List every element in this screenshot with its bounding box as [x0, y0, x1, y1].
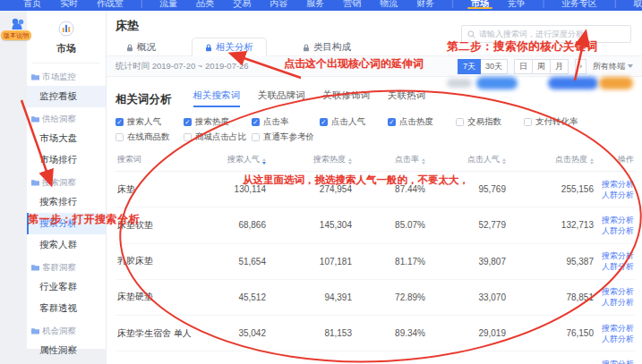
sort-icon[interactable] [422, 158, 425, 165]
filter-在线商品数[interactable]: 在线商品数 [116, 131, 184, 143]
sidebar-item-搜索排行[interactable]: 搜索排行 [27, 191, 106, 213]
sort-icon[interactable] [262, 158, 266, 165]
date-button-30天[interactable]: 30天 [481, 59, 508, 74]
sidebar-item-行业客群[interactable]: 行业客群 [27, 276, 106, 298]
subtab-关联热词[interactable]: 关联热词 [388, 89, 425, 107]
next-page-button[interactable]: › [575, 59, 586, 74]
filter-交易指数[interactable]: 交易指数 [456, 116, 524, 128]
action-link-搜索分析[interactable]: 搜索分析 [597, 323, 634, 334]
column-header-搜索词: 搜索词 [116, 148, 216, 172]
filter-点击率[interactable]: ✓点击率 [252, 116, 320, 128]
filter-商城点击占比[interactable]: 商城点击占比 [184, 131, 252, 143]
nav-item-品类[interactable]: 品类 [194, 0, 216, 11]
blurred-label [447, 79, 472, 88]
column-header-搜索人气[interactable]: 搜索人气 [216, 148, 268, 172]
sidebar-item-属性洞察[interactable]: 属性洞察 [27, 340, 106, 361]
date-range-buttons: 7天30天 [458, 59, 508, 74]
subtab-关联品牌词[interactable]: 关联品牌词 [258, 89, 305, 107]
cell-value: 33,070 [427, 279, 508, 315]
tab-类目构成[interactable]: 类目构成 [290, 38, 364, 55]
checkbox-checked-icon[interactable]: ✓ [252, 118, 260, 126]
nav-item-作战室[interactable]: 作战室 [95, 0, 125, 11]
blurred-button-1[interactable] [476, 77, 518, 89]
sort-icon[interactable] [502, 158, 506, 165]
nav-item-竞争[interactable]: 竞争 [506, 0, 527, 11]
period-button-日[interactable]: 日 [514, 59, 533, 74]
checkbox-icon[interactable] [524, 118, 532, 126]
sort-icon[interactable] [590, 158, 594, 165]
version-badge[interactable]: 版本说明 [1, 30, 31, 40]
checkbox-icon[interactable] [184, 133, 192, 141]
period-button-周[interactable]: 周 [533, 59, 551, 74]
action-link-人群分析[interactable]: 人群分析 [597, 297, 634, 308]
column-header-点击率[interactable]: 点击率 [354, 148, 427, 172]
action-link-人群分析[interactable]: 人群分析 [597, 190, 634, 200]
filter-点击人气[interactable]: ✓点击人气 [320, 116, 388, 128]
sidebar-group-市场监控: 市场监控 [27, 65, 106, 86]
date-button-7天[interactable]: 7天 [458, 59, 481, 74]
nav-item-首页[interactable]: 首页 [21, 0, 43, 11]
column-header-点击热度[interactable]: 点击热度 [508, 148, 595, 172]
filter-搜索热度[interactable]: ✓搜索热度 [184, 116, 252, 128]
sidebar-item-市场大盘[interactable]: 市场大盘 [27, 128, 106, 149]
nav-item-物流[interactable]: 物流 [378, 0, 399, 11]
nav-divider: | [451, 0, 453, 11]
filter-直通车参考价[interactable]: 直通车参考价 [252, 131, 320, 143]
action-link-搜索分析[interactable]: 搜索分析 [597, 215, 634, 225]
action-link-搜索分析[interactable]: 搜索分析 [597, 179, 634, 190]
sidebar-item-市场排行[interactable]: 市场排行 [27, 149, 106, 171]
nav-item-实时[interactable]: 实时 [58, 0, 80, 11]
checkbox-checked-icon[interactable]: ✓ [388, 118, 396, 126]
subtab-关联修饰词[interactable]: 关联修饰词 [323, 89, 371, 107]
filter-搜索人气[interactable]: ✓搜索人气 [116, 116, 184, 128]
column-header-点击人气[interactable]: 点击人气 [427, 148, 508, 172]
nav-item-市场[interactable]: 市场 [469, 0, 491, 11]
filter-点击热度[interactable]: ✓点击热度 [388, 116, 456, 128]
sidebar-group-label: 市场监控 [42, 72, 76, 83]
filter-支付转化率[interactable]: 支付转化率 [524, 116, 592, 128]
action-link-人群分析[interactable]: 人群分析 [597, 334, 634, 344]
nav-item-服务[interactable]: 服务 [304, 0, 326, 11]
blurred-button-3[interactable] [599, 77, 633, 89]
sidebar-group-机会洞察: 机会洞察 [27, 319, 106, 340]
nav-item-营销[interactable]: 营销 [341, 0, 363, 11]
folder-icon [31, 72, 39, 82]
nav-item-取数[interactable]: 取数 [631, 0, 642, 11]
subtab-相关搜索词[interactable]: 相关搜索词 [193, 89, 241, 107]
tab-概况[interactable]: 概况 [114, 38, 168, 55]
sort-icon[interactable] [348, 158, 352, 165]
blurred-button-2[interactable] [548, 77, 598, 89]
column-header-操作: 操作 [595, 148, 636, 172]
nav-item-交易[interactable]: 交易 [231, 0, 253, 11]
tab-label: 相关分析 [216, 41, 253, 54]
section-tabs: 相关搜索词关联品牌词关联修饰词关联热词 [193, 89, 426, 107]
nav-item-内容[interactable]: 内容 [268, 0, 289, 11]
action-link-搜索分析[interactable]: 搜索分析 [597, 286, 634, 297]
column-header-label: 点击率 [395, 155, 419, 164]
nav-item-财务[interactable]: 财务 [415, 0, 436, 11]
checkbox-icon[interactable] [252, 133, 260, 141]
column-header-搜索热度[interactable]: 搜索热度 [268, 148, 354, 172]
sidebar-item-搜索人群[interactable]: 搜索人群 [27, 234, 106, 256]
terminal-dropdown[interactable]: 所有终端 [593, 61, 633, 72]
action-link-搜索分析[interactable]: 搜索分析 [597, 359, 634, 364]
cell-value: 145,304 [268, 207, 354, 243]
action-link-人群分析[interactable]: 人群分析 [597, 225, 634, 236]
checkbox-checked-icon[interactable]: ✓ [184, 118, 192, 126]
nav-item-业务专区[interactable]: 业务专区 [560, 0, 599, 11]
checkbox-checked-icon[interactable]: ✓ [320, 118, 328, 126]
column-header-label: 点击人气 [467, 155, 500, 164]
column-header-label: 搜索人气 [227, 155, 260, 164]
tab-相关分析[interactable]: 相关分析 [192, 38, 267, 56]
action-link-人群分析[interactable]: 人群分析 [597, 261, 634, 272]
action-link-搜索分析[interactable]: 搜索分析 [597, 250, 634, 261]
sidebar-item-监控看板[interactable]: 监控看板 [27, 86, 106, 107]
checkbox-icon[interactable] [116, 133, 124, 141]
period-button-月[interactable]: 月 [551, 59, 569, 74]
tab-label: 类目构成 [313, 41, 351, 54]
sidebar-item-客群透视[interactable]: 客群透视 [27, 298, 106, 319]
cell-term: 床垫硬垫 [116, 279, 216, 315]
checkbox-icon[interactable] [456, 118, 464, 126]
nav-item-流量[interactable]: 流量 [158, 0, 179, 11]
checkbox-checked-icon[interactable]: ✓ [116, 118, 124, 126]
